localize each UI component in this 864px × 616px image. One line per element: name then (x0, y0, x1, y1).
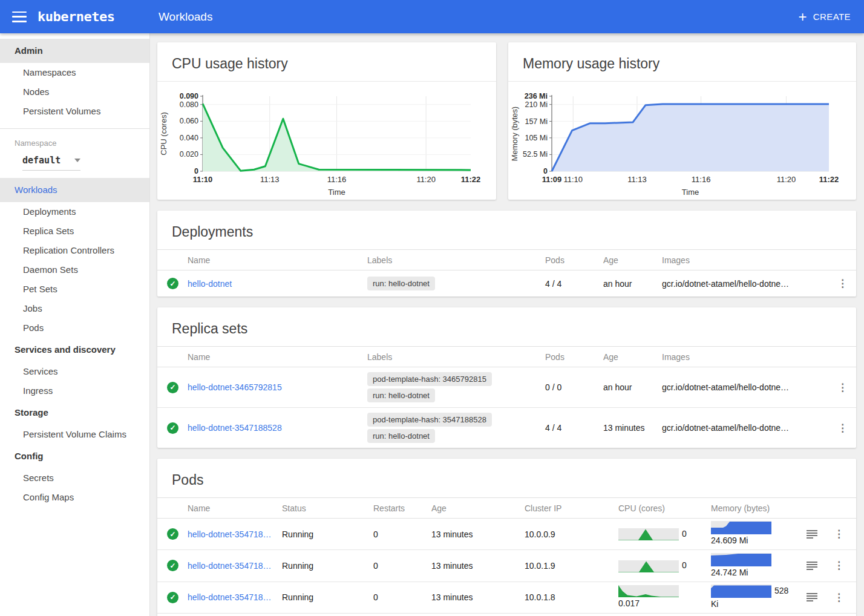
status-cell: Running (282, 592, 373, 602)
images-cell: gcr.io/dotnet-atamel/hello-dotne… (662, 382, 825, 392)
page-title: Workloads (159, 10, 212, 24)
col-header-pods: Pods (545, 255, 603, 265)
svg-text:Time: Time (328, 188, 345, 197)
status-ok-icon: ✓ (167, 422, 178, 434)
cpu-sparkline-chart (618, 585, 679, 597)
replica-set-name-link[interactable]: hello-dotnet-3547188528 (188, 423, 282, 433)
col-header-age: Age (603, 255, 662, 265)
sidebar-item-nodes[interactable]: Nodes (0, 82, 149, 102)
pods-card: Pods Name Status Restarts Age Cluster IP… (157, 459, 856, 616)
age-cell: 13 minutes (603, 423, 662, 433)
svg-text:11:09: 11:09 (542, 175, 562, 184)
replica-sets-card: Replica sets Name Labels Pods Age Images… (157, 307, 856, 448)
status-ok-icon: ✓ (167, 382, 178, 393)
cluster-ip-cell: 10.0.1.9 (525, 561, 618, 571)
memory-chart-title: Memory usage history (508, 42, 856, 82)
sidebar-divider (0, 128, 149, 129)
pods-cell: 4 / 4 (545, 279, 603, 289)
svg-text:0.080: 0.080 (180, 100, 198, 109)
col-header-name: Name (167, 255, 367, 265)
col-header-labels: Labels (367, 352, 545, 362)
cpu-usage-chart: 00.0200.0400.0600.0800.09011:1011:1311:1… (157, 90, 489, 198)
svg-text:CPU (cores): CPU (cores) (159, 112, 168, 156)
svg-text:11:13: 11:13 (627, 175, 647, 184)
chevron-down-icon (74, 159, 80, 162)
sidebar-item-replication-controllers[interactable]: Replication Controllers (0, 241, 149, 260)
kebab-menu-icon[interactable]: ⋮ (830, 558, 848, 573)
status-cell: Running (282, 561, 373, 571)
restarts-cell: 0 (373, 561, 431, 571)
sidebar-item-pet-sets[interactable]: Pet Sets (0, 280, 149, 299)
namespace-select[interactable]: default (22, 155, 80, 171)
sidebar-item-namespaces[interactable]: Namespaces (0, 63, 149, 82)
kebab-menu-icon[interactable]: ⋮ (830, 590, 848, 605)
svg-text:210 Mi: 210 Mi (525, 100, 548, 109)
kebab-menu-icon[interactable]: ⋮ (830, 526, 848, 542)
sidebar-item-deployments[interactable]: Deployments (0, 202, 149, 221)
age-cell: 13 minutes (431, 561, 525, 571)
svg-text:11:16: 11:16 (327, 175, 347, 184)
table-row: ✓ hello-dotnet-354718… Running 0 13 minu… (157, 519, 856, 550)
sidebar-item-services[interactable]: Services (0, 362, 149, 381)
col-header-images: Images (662, 352, 825, 362)
logs-icon[interactable] (807, 561, 817, 571)
restarts-cell: 0 (373, 592, 431, 602)
replica-sets-title: Replica sets (157, 307, 856, 346)
svg-text:105 Mi: 105 Mi (525, 134, 548, 142)
col-header-images: Images (662, 255, 825, 265)
svg-text:11:10: 11:10 (193, 175, 213, 184)
logs-icon[interactable] (807, 529, 817, 539)
deployments-card: Deployments Name Labels Pods Age Images … (157, 211, 856, 297)
replica-sets-table-header: Name Labels Pods Age Images (157, 346, 856, 367)
sidebar-header-admin[interactable]: Admin (0, 39, 149, 63)
sidebar-item-persistent-volume-claims[interactable]: Persistent Volume Claims (0, 425, 149, 444)
restarts-cell: 0 (373, 529, 431, 539)
age-cell: an hour (603, 279, 662, 289)
sidebar-header-config[interactable]: Config (0, 444, 149, 468)
app-logo: kubernetes (38, 9, 114, 24)
label-chip: pod-template-hash: 3547188528 (367, 413, 492, 427)
memory-sparkline-chart (711, 553, 771, 566)
sidebar-item-jobs[interactable]: Jobs (0, 299, 149, 318)
svg-text:Memory (bytes): Memory (bytes) (510, 106, 519, 161)
create-button[interactable]: + CREATE (798, 11, 851, 23)
sidebar-item-ingress[interactable]: Ingress (0, 381, 149, 401)
sidebar-header-workloads[interactable]: Workloads (0, 178, 149, 202)
kebab-menu-icon[interactable]: ⋮ (834, 380, 851, 395)
deployment-name-link[interactable]: hello-dotnet (188, 279, 232, 289)
kebab-menu-icon[interactable]: ⋮ (834, 276, 851, 291)
sidebar-item-persistent-volumes[interactable]: Persistent Volumes (0, 102, 149, 121)
sidebar-item-config-maps[interactable]: Config Maps (0, 488, 149, 507)
svg-text:52.5 Mi: 52.5 Mi (523, 150, 548, 159)
sidebar-item-pods[interactable]: Pods (0, 318, 149, 338)
sidebar-item-secrets[interactable]: Secrets (0, 468, 149, 488)
plus-icon: + (798, 11, 807, 23)
pod-name-link[interactable]: hello-dotnet-354718… (188, 529, 272, 539)
svg-text:11:13: 11:13 (260, 175, 280, 184)
age-cell: 13 minutes (431, 592, 525, 602)
logs-icon[interactable] (807, 592, 817, 602)
app-header: kubernetes Workloads + CREATE (0, 0, 864, 33)
pods-title: Pods (157, 459, 856, 497)
sidebar-item-daemon-sets[interactable]: Daemon Sets (0, 260, 149, 280)
sidebar-item-replica-sets[interactable]: Replica Sets (0, 221, 149, 241)
table-row: ✓ hello-dotnet run: hello-dotnet 4 / 4 a… (157, 270, 856, 297)
svg-text:236 Mi: 236 Mi (525, 92, 548, 100)
cpu-chart-title: CPU usage history (157, 42, 496, 82)
images-cell: gcr.io/dotnet-atamel/hello-dotne… (662, 423, 825, 433)
pod-name-link[interactable]: hello-dotnet-354718… (188, 561, 272, 571)
menu-icon[interactable] (12, 11, 27, 22)
cpu-usage-card: CPU usage history 00.0200.0400.0600.0800… (157, 42, 496, 200)
label-chip: pod-template-hash: 3465792815 (367, 372, 492, 386)
sidebar: Admin Namespaces Nodes Persistent Volume… (0, 33, 150, 616)
col-header-pods: Pods (545, 352, 603, 362)
table-row: ✓ hello-dotnet-3465792815 pod-template-h… (157, 367, 856, 408)
kebab-menu-icon[interactable]: ⋮ (834, 421, 851, 436)
pod-name-link[interactable]: hello-dotnet-354718… (188, 592, 272, 602)
col-header-status: Status (282, 503, 373, 513)
pods-table-header: Name Status Restarts Age Cluster IP CPU … (157, 497, 856, 519)
memory-value: 24.609 Mi (711, 536, 748, 545)
replica-set-name-link[interactable]: hello-dotnet-3465792815 (188, 382, 282, 392)
sidebar-header-services-discovery[interactable]: Services and discovery (0, 338, 149, 362)
sidebar-header-storage[interactable]: Storage (0, 401, 149, 425)
